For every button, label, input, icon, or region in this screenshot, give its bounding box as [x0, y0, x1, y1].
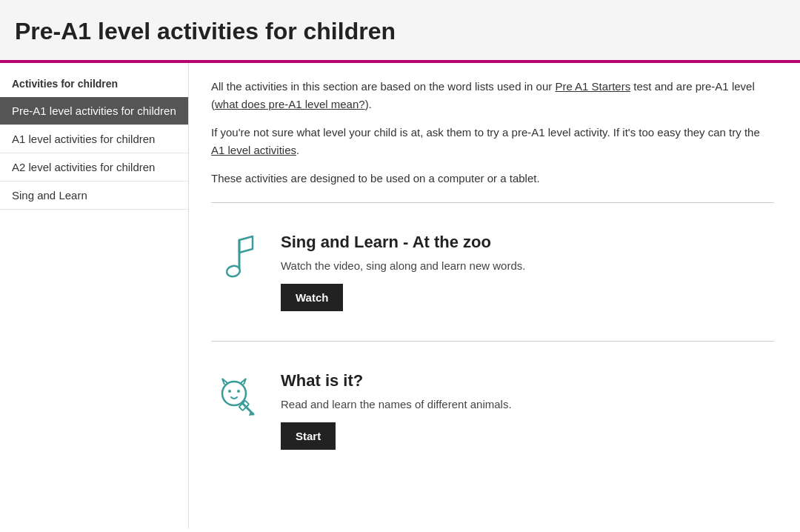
activity-body-sing-learn: Sing and Learn - At the zoo Watch the vi… [281, 233, 774, 311]
pre-a1-starters-link[interactable]: Pre A1 Starters [555, 80, 630, 93]
intro-paragraph-2: If you're not sure what level your child… [211, 124, 774, 159]
a1-level-activities-link[interactable]: A1 level activities [211, 144, 296, 156]
sidebar-item-pre-a1[interactable]: Pre-A1 level activities for children [0, 97, 188, 125]
intro-paragraph-1: All the activities in this section are b… [211, 78, 774, 113]
activity-card-what-is-it: What is it? Read and learn the names of … [211, 356, 774, 465]
divider-1 [211, 202, 774, 203]
watch-button[interactable]: Watch [281, 284, 343, 311]
svg-point-1 [222, 382, 246, 405]
activity-title-what-is-it: What is it? [281, 371, 774, 390]
page-header: Pre-A1 level activities for children [0, 0, 800, 63]
music-note-icon [211, 233, 263, 285]
sidebar-item-sing[interactable]: Sing and Learn [0, 182, 188, 210]
sidebar-heading: Activities for children [0, 72, 188, 97]
pre-a1-level-meaning-link[interactable]: what does pre-A1 level mean? [215, 98, 365, 110]
sidebar: Activities for children Pre-A1 level act… [0, 63, 189, 528]
animal-quiz-icon [211, 371, 263, 423]
divider-2 [211, 341, 774, 342]
activity-card-sing-learn: Sing and Learn - At the zoo Watch the vi… [211, 218, 774, 326]
activity-body-what-is-it: What is it? Read and learn the names of … [281, 371, 774, 450]
main-content: All the activities in this section are b… [189, 63, 796, 528]
activity-desc-what-is-it: Read and learn the names of different an… [281, 398, 774, 410]
svg-point-2 [228, 390, 231, 393]
start-button[interactable]: Start [281, 422, 336, 450]
svg-point-3 [237, 390, 240, 393]
main-layout: Activities for children Pre-A1 level act… [0, 63, 800, 528]
intro-paragraph-3: These activities are designed to be used… [211, 170, 774, 187]
svg-point-0 [225, 265, 241, 278]
page-title: Pre-A1 level activities for children [15, 18, 785, 45]
sidebar-item-a2[interactable]: A2 level activities for children [0, 153, 188, 182]
activity-title-sing-learn: Sing and Learn - At the zoo [281, 233, 774, 252]
sidebar-item-a1[interactable]: A1 level activities for children [0, 125, 188, 153]
activity-desc-sing-learn: Watch the video, sing along and learn ne… [281, 259, 774, 272]
intro-section: All the activities in this section are b… [211, 78, 774, 187]
